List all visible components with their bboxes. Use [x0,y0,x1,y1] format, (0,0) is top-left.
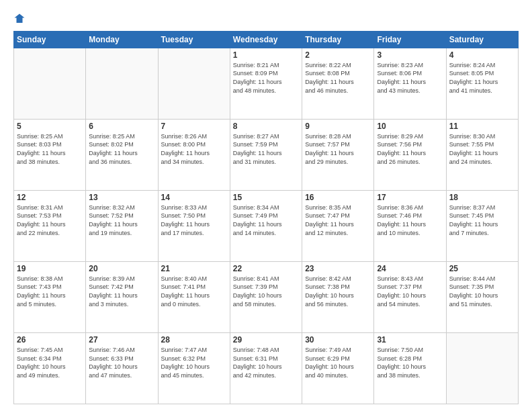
day-info: Sunrise: 8:44 AM Sunset: 7:35 PM Dayligh… [449,275,515,308]
day-number: 30 [305,335,371,345]
calendar-header: SundayMondayTuesdayWednesdayThursdayFrid… [14,31,519,48]
day-info: Sunrise: 7:50 AM Sunset: 6:28 PM Dayligh… [377,346,443,379]
day-info: Sunrise: 8:32 AM Sunset: 7:52 PM Dayligh… [89,203,154,237]
day-number: 23 [305,264,371,273]
logo [13,12,28,26]
day-number: 15 [233,193,299,202]
day-info: Sunrise: 8:25 AM Sunset: 8:02 PM Dayligh… [89,132,154,166]
day-info: Sunrise: 8:28 AM Sunset: 7:57 PM Dayligh… [305,132,371,166]
calendar-week: 19Sunrise: 8:38 AM Sunset: 7:43 PM Dayli… [14,261,519,332]
day-number: 1 [233,50,299,60]
day-info: Sunrise: 8:34 AM Sunset: 7:49 PM Dayligh… [233,203,299,237]
calendar-cell: 13Sunrise: 8:32 AM Sunset: 7:52 PM Dayli… [86,190,158,261]
calendar-cell: 8Sunrise: 8:27 AM Sunset: 7:59 PM Daylig… [230,119,302,190]
day-number: 9 [305,122,371,131]
day-info: Sunrise: 8:35 AM Sunset: 7:47 PM Dayligh… [305,203,371,237]
day-number: 20 [89,264,154,273]
calendar-cell: 20Sunrise: 8:39 AM Sunset: 7:42 PM Dayli… [86,261,158,332]
calendar-cell: 25Sunrise: 8:44 AM Sunset: 7:35 PM Dayli… [446,261,518,332]
day-number: 26 [17,335,83,345]
weekday-header: Thursday [302,31,374,48]
calendar-week: 12Sunrise: 8:31 AM Sunset: 7:53 PM Dayli… [14,190,519,261]
day-number: 10 [377,122,443,131]
day-number: 27 [89,335,154,345]
calendar-cell: 2Sunrise: 8:22 AM Sunset: 8:08 PM Daylig… [302,48,374,119]
day-info: Sunrise: 8:30 AM Sunset: 7:55 PM Dayligh… [449,132,515,166]
svg-marker-0 [15,13,25,23]
calendar-cell: 30Sunrise: 7:49 AM Sunset: 6:29 PM Dayli… [302,332,374,404]
day-number: 28 [161,335,227,345]
calendar-cell: 14Sunrise: 8:33 AM Sunset: 7:50 PM Dayli… [158,190,230,261]
calendar-cell [86,48,158,119]
day-info: Sunrise: 8:24 AM Sunset: 8:05 PM Dayligh… [449,61,515,95]
day-info: Sunrise: 8:40 AM Sunset: 7:41 PM Dayligh… [161,275,227,308]
day-number: 3 [377,50,443,60]
day-info: Sunrise: 8:43 AM Sunset: 7:37 PM Dayligh… [377,275,443,308]
day-number: 4 [449,50,515,60]
calendar-cell: 11Sunrise: 8:30 AM Sunset: 7:55 PM Dayli… [446,119,518,190]
weekday-header: Sunday [14,31,86,48]
calendar-cell: 6Sunrise: 8:25 AM Sunset: 8:02 PM Daylig… [86,119,158,190]
calendar-cell: 10Sunrise: 8:29 AM Sunset: 7:56 PM Dayli… [374,119,446,190]
day-number: 5 [17,122,83,131]
calendar-cell [446,332,518,404]
day-number: 31 [377,335,443,345]
day-info: Sunrise: 8:38 AM Sunset: 7:43 PM Dayligh… [17,275,83,308]
weekday-header: Monday [86,31,158,48]
day-number: 24 [377,264,443,273]
calendar-cell: 27Sunrise: 7:46 AM Sunset: 6:33 PM Dayli… [86,332,158,404]
day-info: Sunrise: 8:31 AM Sunset: 7:53 PM Dayligh… [17,203,83,237]
logo-icon [13,13,26,25]
day-number: 25 [449,264,515,273]
day-number: 8 [233,122,299,131]
calendar-cell: 29Sunrise: 7:48 AM Sunset: 6:31 PM Dayli… [230,332,302,404]
day-info: Sunrise: 8:25 AM Sunset: 8:03 PM Dayligh… [17,132,83,166]
day-info: Sunrise: 8:26 AM Sunset: 8:00 PM Dayligh… [161,132,227,166]
calendar-cell: 31Sunrise: 7:50 AM Sunset: 6:28 PM Dayli… [374,332,446,404]
calendar-week: 26Sunrise: 7:45 AM Sunset: 6:34 PM Dayli… [14,332,519,404]
day-number: 11 [449,122,515,131]
calendar-body: 1Sunrise: 8:21 AM Sunset: 8:09 PM Daylig… [14,48,519,404]
calendar-cell: 28Sunrise: 7:47 AM Sunset: 6:32 PM Dayli… [158,332,230,404]
day-number: 13 [89,193,154,202]
weekday-row: SundayMondayTuesdayWednesdayThursdayFrid… [14,31,519,48]
weekday-header: Tuesday [158,31,230,48]
calendar-cell: 1Sunrise: 8:21 AM Sunset: 8:09 PM Daylig… [230,48,302,119]
day-number: 16 [305,193,371,202]
day-info: Sunrise: 8:36 AM Sunset: 7:46 PM Dayligh… [377,203,443,237]
calendar-cell: 3Sunrise: 8:23 AM Sunset: 8:06 PM Daylig… [374,48,446,119]
calendar-cell: 19Sunrise: 8:38 AM Sunset: 7:43 PM Dayli… [14,261,86,332]
weekday-header: Friday [374,31,446,48]
day-info: Sunrise: 8:22 AM Sunset: 8:08 PM Dayligh… [305,61,371,95]
calendar-cell: 26Sunrise: 7:45 AM Sunset: 6:34 PM Dayli… [14,332,86,404]
calendar-cell: 9Sunrise: 8:28 AM Sunset: 7:57 PM Daylig… [302,119,374,190]
day-number: 17 [377,193,443,202]
calendar-cell: 7Sunrise: 8:26 AM Sunset: 8:00 PM Daylig… [158,119,230,190]
calendar-cell: 23Sunrise: 8:42 AM Sunset: 7:38 PM Dayli… [302,261,374,332]
day-number: 22 [233,264,299,273]
weekday-header: Wednesday [230,31,302,48]
calendar-week: 5Sunrise: 8:25 AM Sunset: 8:03 PM Daylig… [14,119,519,190]
calendar-cell [158,48,230,119]
calendar-cell: 17Sunrise: 8:36 AM Sunset: 7:46 PM Dayli… [374,190,446,261]
day-info: Sunrise: 8:37 AM Sunset: 7:45 PM Dayligh… [449,203,515,237]
day-info: Sunrise: 8:21 AM Sunset: 8:09 PM Dayligh… [233,61,299,95]
day-info: Sunrise: 8:39 AM Sunset: 7:42 PM Dayligh… [89,275,154,308]
day-info: Sunrise: 8:41 AM Sunset: 7:39 PM Dayligh… [233,275,299,308]
day-info: Sunrise: 8:42 AM Sunset: 7:38 PM Dayligh… [305,275,371,308]
day-number: 2 [305,50,371,60]
calendar-week: 1Sunrise: 8:21 AM Sunset: 8:09 PM Daylig… [14,48,519,119]
day-number: 19 [17,264,83,273]
day-info: Sunrise: 7:48 AM Sunset: 6:31 PM Dayligh… [233,346,299,379]
day-info: Sunrise: 7:49 AM Sunset: 6:29 PM Dayligh… [305,346,371,379]
day-info: Sunrise: 8:33 AM Sunset: 7:50 PM Dayligh… [161,203,227,237]
calendar-cell: 15Sunrise: 8:34 AM Sunset: 7:49 PM Dayli… [230,190,302,261]
day-number: 21 [161,264,227,273]
day-info: Sunrise: 7:46 AM Sunset: 6:33 PM Dayligh… [89,346,154,379]
calendar-cell: 18Sunrise: 8:37 AM Sunset: 7:45 PM Dayli… [446,190,518,261]
calendar-table: SundayMondayTuesdayWednesdayThursdayFrid… [13,31,519,404]
calendar-cell: 16Sunrise: 8:35 AM Sunset: 7:47 PM Dayli… [302,190,374,261]
day-number: 18 [449,193,515,202]
day-info: Sunrise: 7:47 AM Sunset: 6:32 PM Dayligh… [161,346,227,379]
calendar-cell: 24Sunrise: 8:43 AM Sunset: 7:37 PM Dayli… [374,261,446,332]
